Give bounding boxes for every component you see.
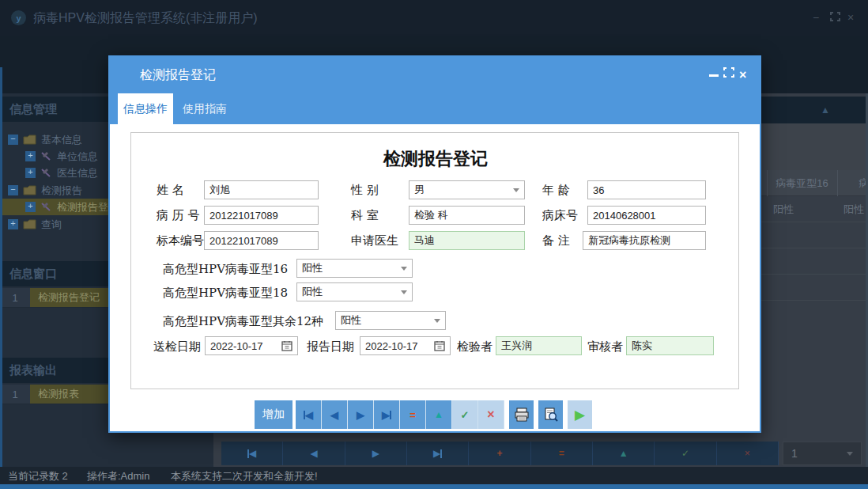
window-close-icon[interactable]: × — [847, 12, 854, 23]
tester-input[interactable]: 王兴润 — [496, 336, 582, 355]
hpv-other12-label: 高危型HPV病毒亚型其余12种 — [163, 314, 323, 329]
form-box: 检测报告登记 姓 名 刘旭 性 别 男 年 龄 36 病 历 号 2012210… — [130, 132, 739, 389]
hpv-other12-select[interactable]: 阳性 — [335, 311, 446, 330]
nav-last-button[interactable]: ▶ — [407, 442, 469, 465]
delete-record-button[interactable]: = — [400, 400, 426, 429]
hpv18-select[interactable]: 阳性 — [296, 282, 413, 301]
next-record-button[interactable]: ▶ — [348, 400, 374, 429]
window-minimize-icon[interactable]: − — [813, 12, 819, 23]
hpv16-label: 高危型HPV病毒亚型16 — [163, 262, 288, 277]
auditor-input[interactable]: 陈实 — [626, 336, 714, 355]
tab-user-guide[interactable]: 使用指南 — [176, 93, 233, 124]
folder-icon — [23, 185, 36, 195]
dialog-tabs: 信息操作 使用指南 — [110, 93, 760, 124]
remark-label: 备 注 — [542, 233, 570, 248]
test-report-dialog: 检测报告登记 × 信息操作 使用指南 检测报告登记 姓 名 刘旭 性 别 男 年… — [108, 55, 761, 433]
edit-record-button[interactable]: ▲ — [426, 400, 452, 429]
status-operator: 操作者:Admin — [87, 469, 149, 483]
bed-no-label: 病床号 — [542, 208, 578, 223]
column-header-hpv18[interactable]: 病毒亚型18 — [837, 170, 868, 196]
dropdown-arrow-icon — [401, 290, 407, 294]
hpv16-select[interactable]: 阳性 — [296, 259, 413, 278]
collapse-panel-icon[interactable]: ▲ — [821, 104, 830, 116]
printer-icon — [514, 408, 530, 422]
status-bar: 当前记录数 2 操作者:Admin 本系统支持二次开发和全新开发! — [0, 467, 868, 484]
prev-record-button[interactable]: ◀ — [322, 400, 348, 429]
bed-no-input[interactable]: 20140628001 — [587, 206, 706, 225]
collapse-box-icon[interactable]: − — [8, 135, 18, 145]
app-titlebar: y 病毒HPV检测报告管理系统(非注册用户) − × — [0, 0, 868, 36]
nav-post-button[interactable]: ✓ — [655, 442, 716, 465]
dropdown-arrow-icon — [401, 267, 407, 271]
print-preview-icon — [544, 408, 558, 422]
dialog-minimize-icon[interactable] — [709, 74, 719, 77]
first-record-button[interactable]: ◀ — [296, 400, 322, 429]
tools-icon — [40, 151, 52, 161]
calendar-icon[interactable] — [281, 340, 292, 351]
send-date-input[interactable]: 2022-10-17 — [205, 336, 298, 355]
expand-box-icon[interactable]: + — [25, 151, 36, 161]
nav-edit-button[interactable]: ▲ — [593, 442, 655, 465]
folder-icon — [23, 135, 36, 145]
expand-box-icon[interactable]: + — [25, 168, 36, 178]
dialog-title: 检测报告登记 — [140, 67, 216, 84]
dialog-button-bar: 增加 ◀ ◀ ▶ ▶ = ▲ ✓ × ▶ — [255, 400, 592, 429]
last-record-button[interactable]: ▶ — [374, 400, 400, 429]
form-title: 检测报告登记 — [131, 147, 740, 171]
expand-box-icon[interactable]: + — [25, 202, 36, 212]
department-input[interactable]: 检验 科 — [409, 206, 525, 225]
app-logo-icon: y — [11, 10, 26, 25]
sample-no-label: 标本编号 — [157, 233, 204, 248]
dropdown-arrow-icon — [434, 319, 440, 323]
gender-select[interactable]: 男 — [409, 180, 525, 199]
expand-box-icon[interactable]: + — [8, 219, 18, 229]
calendar-icon[interactable] — [434, 340, 445, 351]
auditor-label: 审核者 — [587, 339, 623, 354]
record-no-label: 病 历 号 — [157, 208, 200, 223]
window-restore-icon[interactable] — [830, 12, 840, 23]
app-title: 病毒HPV检测报告管理系统(非注册用户) — [33, 10, 258, 27]
status-note: 本系统支持二次开发和全新开发! — [171, 469, 318, 483]
remark-input[interactable]: 新冠病毒抗原检测 — [583, 231, 706, 250]
name-label: 姓 名 — [157, 183, 184, 198]
record-navigator: ◀ ◀ ▶ ▶ + = ▲ ✓ × — [221, 442, 779, 465]
status-record-count: 当前记录数 2 — [8, 469, 68, 483]
add-button[interactable]: 增加 — [255, 400, 292, 429]
tab-info-operation[interactable]: 信息操作 — [118, 93, 173, 124]
age-input[interactable]: 36 — [587, 180, 706, 199]
nav-first-button[interactable]: ◀ — [221, 442, 283, 465]
record-no-input[interactable]: 201221017089 — [204, 206, 319, 225]
nav-cancel-button[interactable]: × — [717, 442, 779, 465]
nav-next-button[interactable]: ▶ — [345, 442, 407, 465]
folder-icon — [23, 219, 36, 229]
confirm-button[interactable]: ✓ — [452, 400, 478, 429]
column-header-hpv16[interactable]: 病毒亚型16 — [767, 170, 836, 196]
tools-icon — [40, 202, 52, 212]
send-date-label: 送检日期 — [153, 339, 201, 354]
dropdown-arrow-icon — [513, 188, 519, 192]
collapse-box-icon[interactable]: − — [8, 185, 18, 195]
print-preview-button[interactable] — [538, 400, 563, 429]
cancel-button[interactable]: × — [478, 400, 504, 429]
gender-label: 性 别 — [351, 183, 379, 198]
sample-no-input[interactable]: 201221017089 — [204, 231, 319, 250]
nav-prev-button[interactable]: ◀ — [283, 442, 345, 465]
window-bottom-border — [0, 484, 868, 489]
age-label: 年 龄 — [542, 183, 570, 198]
doctor-input[interactable]: 马迪 — [409, 231, 525, 250]
window-left-border — [0, 67, 2, 484]
page-select[interactable]: 1 — [783, 442, 862, 465]
print-button[interactable] — [509, 400, 534, 429]
tools-icon — [40, 168, 52, 178]
name-input[interactable]: 刘旭 — [204, 180, 319, 199]
dialog-maximize-icon[interactable] — [723, 67, 734, 80]
nav-add-button[interactable]: + — [469, 442, 530, 465]
run-report-button[interactable]: ▶ — [568, 400, 592, 429]
report-date-input[interactable]: 2022-10-17 — [360, 336, 451, 355]
doctor-label: 申请医生 — [351, 233, 398, 248]
report-date-label: 报告日期 — [307, 339, 354, 354]
tester-label: 检验者 — [457, 339, 492, 354]
nav-delete-button[interactable]: = — [531, 442, 593, 465]
dialog-close-icon[interactable]: × — [739, 68, 746, 82]
dropdown-arrow-icon — [847, 452, 853, 456]
